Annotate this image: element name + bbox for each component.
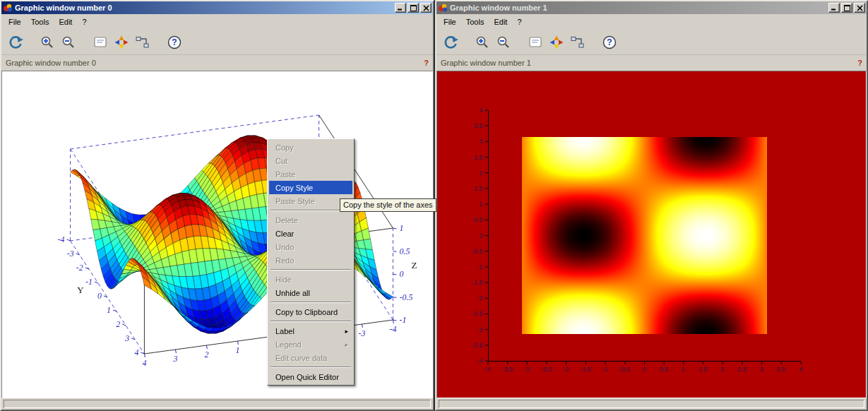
- desktop: Graphic window number 0 File Tools Edit …: [0, 0, 868, 411]
- close-button[interactable]: [420, 3, 432, 13]
- context-menu-item-hide: Hide: [269, 273, 352, 286]
- menu-tools[interactable]: Tools: [26, 16, 54, 28]
- menu-help[interactable]: ?: [512, 16, 526, 28]
- context-menu-separator: [270, 269, 351, 270]
- ged-icon[interactable]: [90, 32, 109, 52]
- datatips-icon[interactable]: [547, 32, 566, 52]
- submenu-arrow-icon: ▸: [345, 341, 348, 348]
- zoom-out-icon[interactable]: [59, 32, 78, 52]
- minimize-icon: [398, 5, 403, 11]
- menu-file[interactable]: File: [4, 16, 26, 28]
- infobar-text: Graphic window number 1: [441, 59, 531, 67]
- zoom-in-icon[interactable]: [472, 32, 492, 52]
- context-menu-item-cut: Cut: [269, 154, 352, 167]
- toolbar-separator: [154, 42, 162, 42]
- maximize-icon: [844, 5, 850, 11]
- figure-area: [1, 71, 433, 398]
- menubar: File Tools Edit ?: [436, 14, 867, 30]
- maximize-button[interactable]: [841, 3, 852, 13]
- context-menu-item-label[interactable]: Label▸: [269, 324, 352, 338]
- infobar: Graphic window number 0 ?: [1, 55, 433, 71]
- context-menu-item-delete: Delete: [269, 213, 352, 227]
- menu-help[interactable]: ?: [77, 16, 91, 28]
- zoom-out-icon[interactable]: [494, 32, 513, 52]
- close-icon: [423, 5, 429, 11]
- help-icon[interactable]: ?: [165, 32, 184, 52]
- infobar-help-icon[interactable]: ?: [424, 59, 429, 67]
- context-menu-separator: [270, 367, 351, 368]
- tooltip: Copy the style of the axes: [340, 198, 436, 212]
- plot-canvas-heatmap[interactable]: [437, 71, 866, 398]
- menu-edit[interactable]: Edit: [54, 16, 77, 28]
- titlebar[interactable]: Graphic window number 1: [436, 1, 867, 14]
- zoom-in-icon[interactable]: [37, 32, 57, 52]
- context-menu-item-legend: Legend▸: [269, 338, 352, 351]
- infobar-help-icon[interactable]: ?: [857, 59, 862, 67]
- svg-text:?: ?: [172, 37, 177, 47]
- rotate-icon[interactable]: [441, 32, 460, 52]
- context-menu-item-redo: Redo: [269, 254, 352, 267]
- figure-area: [436, 71, 867, 398]
- statusbar: [4, 400, 431, 408]
- statusbar: [439, 400, 864, 408]
- close-icon: [857, 5, 863, 11]
- toolbar: ?: [436, 30, 867, 55]
- plot-canvas-3d-surface[interactable]: [2, 71, 432, 398]
- minimize-button[interactable]: [828, 3, 840, 13]
- minimize-button[interactable]: [395, 3, 406, 13]
- toolbar-separator: [515, 42, 523, 42]
- infobar-text: Graphic window number 0: [6, 59, 96, 67]
- context-menu-item-copy-to-clipboard[interactable]: Copy to Clipboard: [269, 305, 352, 318]
- window-title: Graphic window number 1: [450, 4, 826, 12]
- context-menu-item-undo: Undo: [269, 240, 352, 254]
- help-icon[interactable]: ?: [600, 32, 619, 52]
- window-graphic-1: Graphic window number 1 File Tools Edit …: [435, 0, 868, 411]
- context-menu-item-copy: Copy: [269, 141, 352, 154]
- scilab-window-icon: [438, 3, 448, 13]
- context-menu-item-unhide-all[interactable]: Unhide all: [269, 286, 352, 299]
- toolbar: ?: [1, 30, 433, 55]
- context-menu-item-paste: Paste: [269, 167, 352, 181]
- menubar: File Tools Edit ?: [1, 14, 433, 30]
- toolbar-separator: [80, 42, 88, 42]
- titlebar[interactable]: Graphic window number 0: [1, 1, 433, 14]
- window-title: Graphic window number 0: [15, 4, 393, 12]
- context-menu-item-clear[interactable]: Clear: [269, 227, 352, 240]
- rotate-icon[interactable]: [6, 32, 25, 52]
- submenu-arrow-icon: ▸: [345, 328, 348, 335]
- toolbar-separator: [27, 42, 35, 42]
- graph-icon[interactable]: [133, 32, 152, 52]
- menu-file[interactable]: File: [439, 16, 461, 28]
- context-menu-item-edit-curve-data: Edit curve data: [269, 351, 352, 364]
- context-menu-separator: [270, 210, 351, 211]
- ged-icon[interactable]: [525, 32, 545, 52]
- maximize-icon: [410, 5, 417, 11]
- close-button[interactable]: [854, 3, 865, 13]
- maximize-button[interactable]: [408, 3, 419, 13]
- scilab-window-icon: [3, 3, 13, 13]
- toolbar-separator: [589, 42, 598, 42]
- infobar: Graphic window number 1 ?: [436, 55, 867, 71]
- menu-edit[interactable]: Edit: [489, 16, 512, 28]
- minimize-icon: [831, 5, 837, 11]
- toolbar-separator: [462, 42, 470, 42]
- graph-icon[interactable]: [568, 32, 587, 52]
- context-menu-item-copy-style[interactable]: Copy Style: [269, 181, 352, 194]
- menu-tools[interactable]: Tools: [461, 16, 489, 28]
- datatips-icon[interactable]: [112, 32, 131, 52]
- context-menu-separator: [270, 302, 351, 303]
- context-menu-item-open-quick-editor[interactable]: Open Quick Editor: [269, 370, 352, 383]
- svg-text:?: ?: [607, 37, 612, 47]
- context-menu: CopyCutPasteCopy StylePaste StyleDeleteC…: [267, 138, 355, 386]
- context-menu-separator: [270, 321, 351, 322]
